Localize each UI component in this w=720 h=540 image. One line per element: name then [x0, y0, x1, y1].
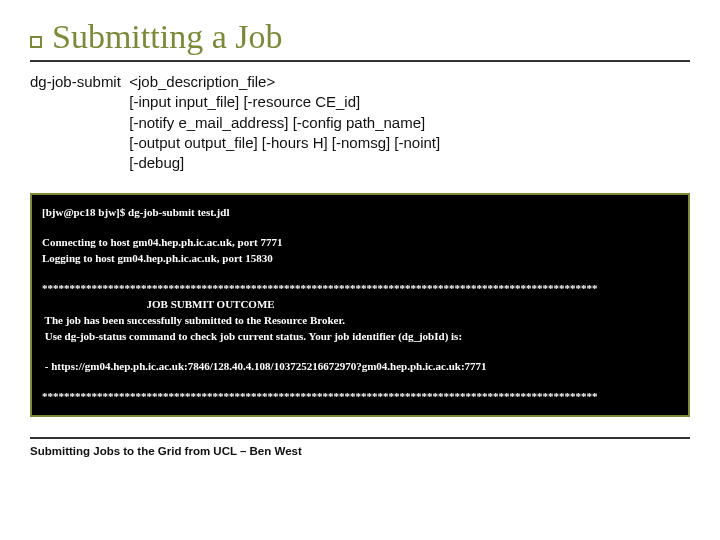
page-title: Submitting a Job [52, 18, 282, 56]
terminal-line: Connecting to host gm04.hep.ph.ic.ac.uk,… [42, 235, 678, 251]
syntax-command: dg-job-submit [30, 72, 129, 173]
footer-text: Submitting Jobs to the Grid from UCL – B… [30, 445, 690, 457]
footer-divider [30, 437, 690, 439]
title-bullet-icon [30, 36, 42, 48]
terminal-line: JOB SUBMIT OUTCOME [42, 297, 678, 313]
terminal-line: ****************************************… [42, 281, 678, 297]
terminal-output: [bjw@pc18 bjw]$ dg-job-submit test.jdl C… [30, 193, 690, 416]
title-divider [30, 60, 690, 62]
terminal-line [42, 267, 678, 281]
title-row: Submitting a Job [30, 18, 690, 56]
syntax-arguments: <job_description_file> [-input input_fil… [129, 72, 440, 173]
terminal-line [42, 345, 678, 359]
terminal-line [42, 375, 678, 389]
terminal-line: The job has been successfully submitted … [42, 313, 678, 329]
terminal-line: - https://gm04.hep.ph.ic.ac.uk:7846/128.… [42, 359, 678, 375]
slide-container: Submitting a Job dg-job-submit <job_desc… [0, 0, 720, 540]
terminal-line: Logging to host gm04.hep.ph.ic.ac.uk, po… [42, 251, 678, 267]
terminal-line [42, 221, 678, 235]
terminal-line: ****************************************… [42, 389, 678, 405]
terminal-line: Use dg-job-status command to check job c… [42, 329, 678, 345]
command-syntax: dg-job-submit <job_description_file> [-i… [30, 72, 690, 173]
terminal-line: [bjw@pc18 bjw]$ dg-job-submit test.jdl [42, 205, 678, 221]
